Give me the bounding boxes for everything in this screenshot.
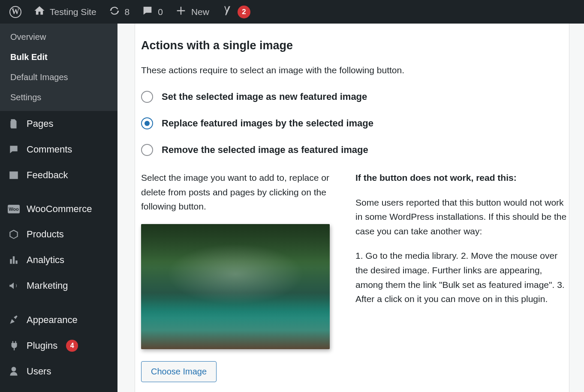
products-icon <box>8 228 20 240</box>
select-image-instructions: Select the image you want to add to, rep… <box>141 171 338 214</box>
radio-label: Remove the selected image as featured im… <box>162 144 368 156</box>
wordpress-logo-icon: W <box>9 6 21 18</box>
submenu: Overview Bulk Edit Default Images Settin… <box>0 24 117 111</box>
section-heading: Actions with a single image <box>141 39 569 52</box>
menu-separator <box>0 299 117 307</box>
menu-label: WooCommerce <box>27 203 92 215</box>
menu-label: Comments <box>27 144 72 155</box>
site-name-label: Testing Site <box>50 7 96 17</box>
submenu-item-bulk-edit[interactable]: Bulk Edit <box>0 47 117 67</box>
menu-item-comments[interactable]: Comments <box>0 137 117 162</box>
submenu-item-settings[interactable]: Settings <box>0 87 117 108</box>
menu-item-feedback[interactable]: Feedback <box>0 162 117 188</box>
troubleshoot-p2: 1. Go to the media library. 2. Move the … <box>355 248 569 306</box>
submenu-item-default-images[interactable]: Default Images <box>0 67 117 87</box>
content-area: Actions with a single image These action… <box>117 24 584 392</box>
appearance-icon <box>8 314 20 326</box>
users-icon <box>8 365 20 377</box>
menu-label: Marketing <box>27 280 68 291</box>
menu-label: Appearance <box>27 314 78 326</box>
radio-set-featured[interactable]: Set the selected image as new featured i… <box>141 91 569 103</box>
woocommerce-icon: Woo <box>8 205 20 213</box>
plugins-icon <box>8 340 20 352</box>
settings-panel: Actions with a single image These action… <box>135 24 569 392</box>
new-content-menu[interactable]: New <box>169 0 215 24</box>
choose-image-button[interactable]: Choose Image <box>141 361 217 382</box>
site-name-menu[interactable]: Testing Site <box>27 0 102 24</box>
yoast-notification-badge: 2 <box>238 6 250 18</box>
menu-item-marketing[interactable]: Marketing <box>0 273 117 299</box>
menu-separator <box>0 188 117 197</box>
menu-label: Pages <box>27 118 53 129</box>
menu-label: Products <box>27 229 64 240</box>
menu-item-appearance[interactable]: Appearance <box>0 307 117 333</box>
wp-logo-menu[interactable]: W <box>3 0 27 24</box>
section-description: These actions require to select an image… <box>141 65 569 75</box>
updates-menu[interactable]: 8 <box>102 0 136 24</box>
comment-icon <box>141 5 154 19</box>
updates-icon <box>108 5 120 19</box>
admin-bar: W Testing Site 8 0 New 2 <box>0 0 584 24</box>
radio-input[interactable] <box>141 144 153 156</box>
pages-icon <box>8 118 20 130</box>
troubleshoot-heading: If the button does not work, read this: <box>355 171 569 185</box>
plus-icon <box>175 5 187 19</box>
new-label: New <box>191 7 209 17</box>
radio-input[interactable] <box>141 91 153 103</box>
radio-replace-featured[interactable]: Replace featured images by the selected … <box>141 117 569 129</box>
yoast-icon <box>221 5 233 19</box>
radio-label: Set the selected image as new featured i… <box>162 91 367 102</box>
menu-item-analytics[interactable]: Analytics <box>0 247 117 273</box>
yoast-menu[interactable]: 2 <box>215 0 256 24</box>
plugins-update-badge: 4 <box>66 340 78 352</box>
right-column: If the button does not work, read this: … <box>355 171 569 382</box>
menu-item-users[interactable]: Users <box>0 359 117 384</box>
comments-menu[interactable]: 0 <box>135 0 169 24</box>
menu-item-woocommerce[interactable]: Woo WooCommerce <box>0 197 117 221</box>
radio-input[interactable] <box>141 117 153 129</box>
analytics-icon <box>8 254 20 266</box>
feedback-icon <box>8 169 20 181</box>
comments-icon <box>8 144 20 156</box>
menu-item-pages[interactable]: Pages <box>0 111 117 137</box>
menu-item-plugins[interactable]: Plugins 4 <box>0 333 117 359</box>
radio-label: Replace featured images by the selected … <box>162 118 373 129</box>
home-icon <box>33 5 45 19</box>
image-preview <box>141 224 330 349</box>
radio-remove-featured[interactable]: Remove the selected image as featured im… <box>141 144 569 156</box>
comments-count: 0 <box>158 7 163 17</box>
updates-count: 8 <box>125 7 130 17</box>
left-column: Select the image you want to add to, rep… <box>141 171 338 382</box>
menu-label: Users <box>27 366 51 377</box>
marketing-icon <box>8 280 20 292</box>
menu-label: Feedback <box>27 170 68 181</box>
menu-item-tools[interactable]: Tools <box>0 384 117 392</box>
menu-label: Plugins <box>27 340 57 351</box>
menu-item-products[interactable]: Products <box>0 221 117 247</box>
submenu-item-overview[interactable]: Overview <box>0 27 117 47</box>
troubleshoot-p1: Some users reported that this button wou… <box>355 195 569 239</box>
admin-sidebar: Overview Bulk Edit Default Images Settin… <box>0 24 117 392</box>
menu-label: Analytics <box>27 254 64 266</box>
